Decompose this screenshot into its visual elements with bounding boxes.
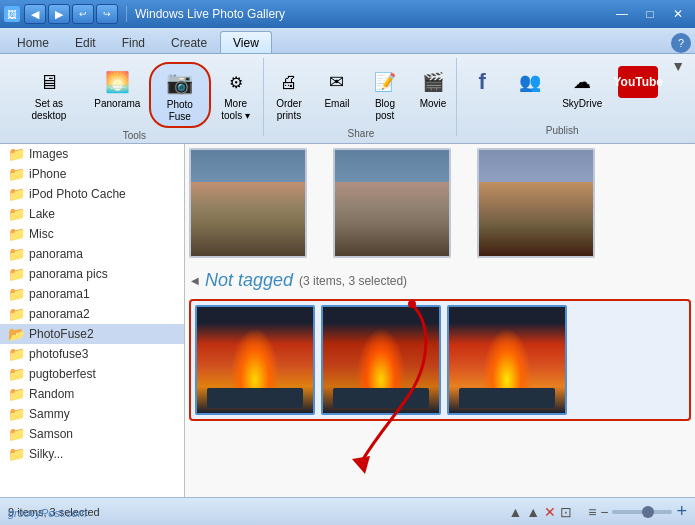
zoom-in-icon[interactable]: + (676, 501, 687, 522)
ribbon-toolbar: 🖥 Set as desktop 🌅 Panorama 📷 Photo Fuse… (0, 54, 695, 144)
desktop-icon: 🖥 (33, 66, 65, 98)
folder-label: PhotoFuse2 (29, 327, 94, 341)
sidebar-item-silky[interactable]: 📁 Silky... (0, 444, 184, 464)
publish-group-label: Publish (546, 123, 579, 136)
skydrive-button[interactable]: ☁ SkyDrive (556, 62, 608, 114)
set-as-desktop-button[interactable]: 🖥 Set as desktop (12, 62, 86, 126)
redo-button[interactable]: ↪ (96, 4, 118, 24)
street-photo-3 (479, 150, 593, 256)
sidebar-item-photofuse3[interactable]: 📁 photofuse3 (0, 344, 184, 364)
sidebar-item-panorama1[interactable]: 📁 panorama1 (0, 284, 184, 304)
folder-icon: 📁 (8, 366, 25, 382)
folder-label: panorama pics (29, 267, 108, 281)
folder-label: Random (29, 387, 74, 401)
photo-fuse-label: Photo Fuse (156, 99, 204, 123)
undo-button[interactable]: ↩ (72, 4, 94, 24)
section-toggle[interactable]: ◀ (191, 275, 199, 286)
section-header: ◀ Not tagged (3 items, 3 selected) (189, 266, 691, 295)
tab-view[interactable]: View (220, 31, 272, 53)
close-button[interactable]: ✕ (665, 4, 691, 24)
delete-icon[interactable]: ✕ (544, 504, 556, 520)
ribbon-expand-button[interactable]: ▼ (671, 58, 685, 74)
photo-thumb-street3[interactable] (477, 148, 595, 258)
more-tools-label: Moretools ▾ (221, 98, 250, 122)
view-toggle-icon[interactable]: ⊡ (560, 504, 572, 520)
order-prints-label: Orderprints (276, 98, 302, 122)
movie-label: Movie (420, 98, 447, 110)
folder-icon: 📁 (8, 246, 25, 262)
windows-live-button[interactable]: 👥 (508, 62, 552, 102)
sidebar-item-iphone[interactable]: 📁 iPhone (0, 164, 184, 184)
photo-thumb-fire1[interactable] (195, 305, 315, 415)
sidebar-item-panorama2[interactable]: 📁 panorama2 (0, 304, 184, 324)
more-tools-button[interactable]: ⚙ Moretools ▾ (215, 62, 257, 126)
status-bar: 9 items, 3 selected ▲ ▲ ✕ ⊡ ≡ − + (0, 497, 695, 525)
street-photo-1 (191, 150, 305, 256)
ribbon-tabs: Home Edit Find Create View ? (0, 28, 695, 54)
set-as-desktop-label: Set as desktop (18, 98, 80, 122)
movie-button[interactable]: 🎬 Movie (411, 62, 455, 114)
selected-photo-group (189, 299, 691, 421)
minimize-button[interactable]: — (609, 4, 635, 24)
content-area[interactable]: ◀ Not tagged (3 items, 3 selected) (185, 144, 695, 497)
not-tagged-section: ◀ Not tagged (3 items, 3 selected) (189, 266, 691, 421)
sidebar-item-panorama[interactable]: 📁 panorama (0, 244, 184, 264)
tab-home[interactable]: Home (4, 31, 62, 53)
folder-icon: 📁 (8, 146, 25, 162)
folder-label: Misc (29, 227, 54, 241)
sidebar-scroll[interactable]: 📁 Images 📁 iPhone 📁 iPod Photo Cache 📁 L… (0, 144, 184, 497)
blog-post-button[interactable]: 📝 Blogpost (363, 62, 407, 126)
folder-label: Samson (29, 427, 73, 441)
youtube-button[interactable]: YouTube (612, 62, 664, 102)
publish-items: f 👥 ☁ SkyDrive YouTube (460, 58, 664, 123)
sidebar-item-samson[interactable]: 📁 Samson (0, 424, 184, 444)
navigate-left-icon[interactable]: ▲ (508, 504, 522, 520)
sidebar-item-ipod[interactable]: 📁 iPod Photo Cache (0, 184, 184, 204)
photo-fuse-button[interactable]: 📷 Photo Fuse (149, 62, 211, 128)
zoom-slider[interactable] (612, 510, 672, 514)
nav-buttons: ◀ ▶ ↩ ↪ (24, 4, 118, 24)
window-title: Windows Live Photo Gallery (135, 7, 285, 21)
photo-thumb-fire2[interactable] (321, 305, 441, 415)
sidebar-item-photofuse2[interactable]: 📂 PhotoFuse2 (0, 324, 184, 344)
skydrive-icon: ☁ (566, 66, 598, 98)
tab-find[interactable]: Find (109, 31, 158, 53)
sidebar-item-random[interactable]: 📁 Random (0, 384, 184, 404)
email-button[interactable]: ✉ Email (315, 62, 359, 114)
photo-thumb-fire3[interactable] (447, 305, 567, 415)
sidebar-item-images[interactable]: 📁 Images (0, 144, 184, 164)
facebook-button[interactable]: f (460, 62, 504, 102)
order-prints-button[interactable]: 🖨 Orderprints (267, 62, 311, 126)
maximize-button[interactable]: □ (637, 4, 663, 24)
back-button[interactable]: ◀ (24, 4, 46, 24)
panorama-button[interactable]: 🌅 Panorama (90, 62, 145, 114)
zoom-out-icon[interactable]: − (600, 504, 608, 520)
tab-create[interactable]: Create (158, 31, 220, 53)
fire-photo-3 (449, 307, 565, 413)
tools-group-label: Tools (123, 128, 146, 141)
top-photo-section (189, 148, 691, 258)
sidebar-item-sammy[interactable]: 📁 Sammy (0, 404, 184, 424)
forward-button[interactable]: ▶ (48, 4, 70, 24)
folder-icon: 📁 (8, 426, 25, 442)
sidebar-item-panorama-pics[interactable]: 📁 panorama pics (0, 264, 184, 284)
folder-icon: 📁 (8, 186, 25, 202)
photo-thumb-street1[interactable] (189, 148, 307, 258)
skydrive-label: SkyDrive (562, 98, 602, 110)
panorama-label: Panorama (94, 98, 140, 110)
folder-label: Lake (29, 207, 55, 221)
photo-thumb-street2[interactable] (333, 148, 451, 258)
help-button[interactable]: ? (671, 33, 691, 53)
folder-label: iPod Photo Cache (29, 187, 126, 201)
sidebar-item-pugtoberfest[interactable]: 📁 pugtoberfest (0, 364, 184, 384)
publish-group: f 👥 ☁ SkyDrive YouTube Publish (459, 58, 665, 136)
street-photo-2 (335, 150, 449, 256)
sidebar-item-lake[interactable]: 📁 Lake (0, 204, 184, 224)
sort-icon[interactable]: ≡ (588, 504, 596, 520)
fire-photo-2 (323, 307, 439, 413)
navigate-right-icon[interactable]: ▲ (526, 504, 540, 520)
tab-edit[interactable]: Edit (62, 31, 109, 53)
app-icon: 🖼 (4, 6, 20, 22)
sidebar-item-misc[interactable]: 📁 Misc (0, 224, 184, 244)
window-controls: — □ ✕ (609, 4, 691, 24)
